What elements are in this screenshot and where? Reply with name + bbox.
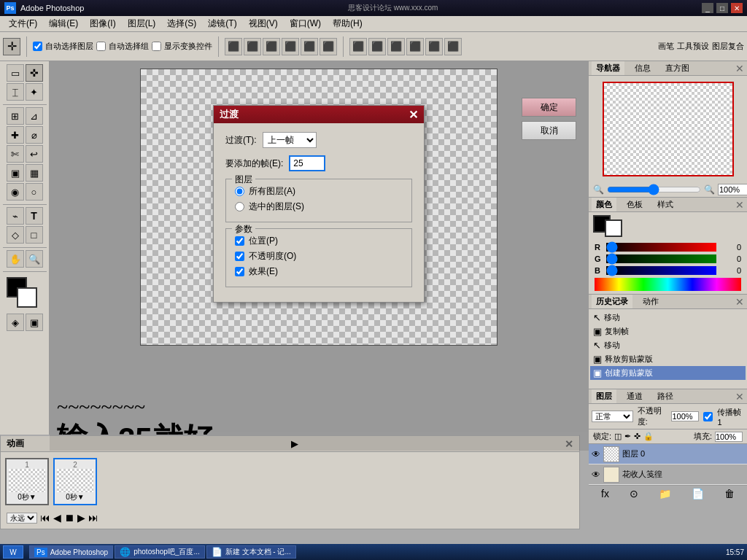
- move-tool-btn[interactable]: ✛: [3, 38, 20, 55]
- menu-filter[interactable]: 滤镜(T): [202, 16, 242, 31]
- dist-4-btn[interactable]: ⬛: [406, 38, 424, 55]
- eyedropper-tool[interactable]: ⊿: [26, 107, 43, 125]
- zoom-input[interactable]: [718, 184, 747, 195]
- menu-select[interactable]: 选择(S): [161, 16, 202, 31]
- hand-tool[interactable]: ✋: [7, 250, 24, 268]
- history-item-active[interactable]: ▣ 创建剪贴蒙版: [590, 366, 746, 380]
- tween-checkbox[interactable]: [703, 412, 713, 421]
- color-close-btn[interactable]: ✕: [735, 199, 744, 211]
- layer-item[interactable]: 👁 花收人笺徨: [589, 464, 747, 485]
- tab-info[interactable]: 信息: [630, 61, 655, 75]
- color-bg-swatch[interactable]: [605, 219, 622, 237]
- history-item[interactable]: ▣ 释放剪贴蒙版: [590, 352, 746, 366]
- anim-play-btn[interactable]: ▶: [77, 512, 85, 524]
- dialog-cancel-btn[interactable]: 取消: [522, 121, 576, 140]
- path-tool[interactable]: ◇: [7, 226, 24, 244]
- history-item[interactable]: ↖ 移动: [590, 338, 746, 352]
- zoom-tool[interactable]: 🔍: [26, 250, 43, 268]
- brush-tool[interactable]: ⌀: [26, 126, 43, 144]
- menu-view[interactable]: 视图(V): [243, 16, 284, 31]
- tab-color[interactable]: 颜色: [592, 198, 616, 211]
- crop-tool[interactable]: ⊞: [7, 107, 24, 125]
- auto-select-layer-checkbox[interactable]: [33, 42, 42, 51]
- tab-navigator[interactable]: 导航器: [592, 61, 624, 75]
- layer-item[interactable]: 👁 图层 0: [589, 444, 747, 464]
- dist-3-btn[interactable]: ⬛: [387, 38, 405, 55]
- move-tool[interactable]: ✜: [26, 64, 43, 82]
- blur-tool[interactable]: ◉: [7, 183, 24, 201]
- close-button[interactable]: ✕: [731, 3, 743, 13]
- align-middle-btn[interactable]: ⬛: [301, 38, 318, 55]
- all-layers-radio[interactable]: [235, 187, 244, 196]
- tab-swatches[interactable]: 色板: [622, 198, 647, 211]
- auto-select-group-checkbox[interactable]: [96, 42, 106, 51]
- gradient-tool[interactable]: ▦: [26, 164, 43, 182]
- add-style-btn[interactable]: fx: [601, 488, 609, 499]
- loop-select[interactable]: 永远: [7, 513, 37, 524]
- shape-tool[interactable]: □: [26, 226, 43, 244]
- menu-layer[interactable]: 图层(L): [122, 16, 162, 31]
- tab-actions[interactable]: 动作: [638, 295, 663, 308]
- tab-paths[interactable]: 路径: [653, 389, 678, 403]
- color-spectrum[interactable]: [595, 278, 741, 291]
- eraser-tool[interactable]: ▣: [7, 164, 24, 182]
- layers-close-btn[interactable]: ✕: [735, 391, 744, 402]
- align-bottom-btn[interactable]: ⬛: [320, 38, 337, 55]
- anim-prev-btn[interactable]: ◀: [53, 512, 61, 524]
- position-checkbox[interactable]: [235, 236, 244, 246]
- dodge-tool[interactable]: ○: [26, 183, 43, 201]
- text-tool[interactable]: T: [26, 207, 43, 225]
- select-tool[interactable]: ▭: [7, 64, 24, 82]
- delete-layer-btn[interactable]: 🗑: [724, 488, 735, 499]
- transition-select[interactable]: 上一帧 第一帧 最后一帧: [263, 132, 317, 148]
- opacity-input[interactable]: [671, 411, 699, 421]
- anim-first-btn[interactable]: ⏮: [40, 512, 50, 524]
- dialog-close-btn[interactable]: ✕: [409, 108, 418, 122]
- tab-styles[interactable]: 样式: [653, 198, 678, 211]
- anim-last-btn[interactable]: ⏭: [88, 512, 98, 524]
- tab-history[interactable]: 历史记录: [592, 295, 632, 308]
- green-slider[interactable]: [606, 254, 716, 263]
- lock-paint-btn[interactable]: ✒: [624, 432, 631, 441]
- add-mask-btn[interactable]: ⊙: [630, 488, 638, 499]
- menu-edit[interactable]: 编辑(E): [43, 16, 84, 31]
- history-brush-tool[interactable]: ↩: [26, 145, 43, 163]
- history-item[interactable]: ▣ 复制帧: [590, 324, 746, 338]
- new-group-btn[interactable]: 📁: [659, 488, 671, 499]
- dist-h-btn[interactable]: ⬛: [349, 38, 367, 55]
- lock-transparent-btn[interactable]: ◫: [614, 432, 622, 441]
- zoom-out-icon[interactable]: 🔍: [593, 184, 604, 195]
- show-transform-checkbox[interactable]: [152, 42, 161, 51]
- maximize-button[interactable]: □: [716, 3, 728, 13]
- anim-frame-1[interactable]: 1 0秒▼: [5, 458, 49, 505]
- align-left-btn[interactable]: ⬛: [225, 38, 242, 55]
- heal-tool[interactable]: ✚: [7, 126, 24, 144]
- menu-file[interactable]: 文件(F): [3, 16, 43, 31]
- new-layer-btn[interactable]: 📄: [692, 488, 704, 499]
- dist-6-btn[interactable]: ⬛: [444, 38, 462, 55]
- mask-mode-btn[interactable]: ◈: [7, 314, 24, 331]
- start-button[interactable]: W: [3, 545, 23, 559]
- dialog-ok-btn[interactable]: 确定: [522, 98, 576, 117]
- navigator-close-btn[interactable]: ✕: [735, 63, 744, 74]
- menu-window[interactable]: 窗口(W): [284, 16, 327, 31]
- menu-help[interactable]: 帮助(H): [327, 16, 368, 31]
- clone-tool[interactable]: ✄: [7, 145, 24, 163]
- align-right-btn[interactable]: ⬛: [263, 38, 280, 55]
- lock-move-btn[interactable]: ✜: [634, 432, 640, 441]
- lock-all-btn[interactable]: 🔒: [643, 432, 654, 441]
- taskbar-browser[interactable]: 🌐 photoshop吧_百度...: [115, 545, 205, 559]
- minimize-button[interactable]: _: [702, 3, 713, 13]
- history-item[interactable]: ↖ 移动: [590, 311, 746, 324]
- wand-tool[interactable]: ✦: [26, 83, 43, 101]
- zoom-in-icon[interactable]: 🔍: [704, 184, 715, 195]
- taskbar-photoshop[interactable]: Ps Adobe Photoshop: [29, 545, 113, 559]
- effect-checkbox[interactable]: [235, 267, 244, 276]
- selected-layers-radio[interactable]: [235, 202, 244, 211]
- align-top-btn[interactable]: ⬛: [282, 38, 299, 55]
- dist-v-btn[interactable]: ⬛: [368, 38, 386, 55]
- history-close-btn[interactable]: ✕: [735, 296, 744, 308]
- anim-frame-2[interactable]: 2 0秒▼: [53, 458, 97, 505]
- layer-eye-2[interactable]: 👁: [592, 470, 600, 480]
- taskbar-notepad[interactable]: 📄 新建 文本文档 - 记...: [206, 545, 296, 559]
